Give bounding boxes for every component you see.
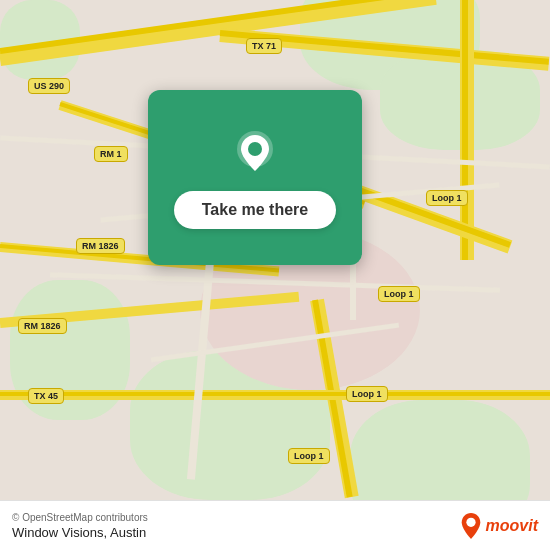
popup-card: Take me there (148, 90, 362, 265)
moovit-logo: moovit (460, 513, 538, 539)
map-attribution: © OpenStreetMap contributors (12, 512, 148, 523)
map-container: US 290 TX 71 RM 1 RM 1826 RM 1826 Loop 1… (0, 0, 550, 550)
shield-loop1d: Loop 1 (288, 448, 330, 464)
location-pin-icon (229, 127, 281, 179)
take-me-there-button[interactable]: Take me there (174, 191, 336, 229)
moovit-brand-text: moovit (486, 517, 538, 535)
moovit-pin-icon (460, 513, 482, 539)
shield-loop1b: Loop 1 (378, 286, 420, 302)
road-tx45-center (0, 392, 550, 396)
bottom-bar: © OpenStreetMap contributors Window Visi… (0, 500, 550, 550)
shield-loop1a: Loop 1 (426, 190, 468, 206)
road-loop1-n-center (462, 0, 468, 260)
shield-rm1826b: RM 1826 (18, 318, 67, 334)
shield-tx71: TX 71 (246, 38, 282, 54)
shield-loop1c: Loop 1 (346, 386, 388, 402)
shield-us290: US 290 (28, 78, 70, 94)
svg-point-1 (248, 142, 262, 156)
shield-rm1: RM 1 (94, 146, 128, 162)
shield-rm1826a: RM 1826 (76, 238, 125, 254)
svg-point-2 (466, 517, 475, 526)
shield-tx45: TX 45 (28, 388, 64, 404)
location-info: Window Visions, Austin (12, 525, 148, 540)
